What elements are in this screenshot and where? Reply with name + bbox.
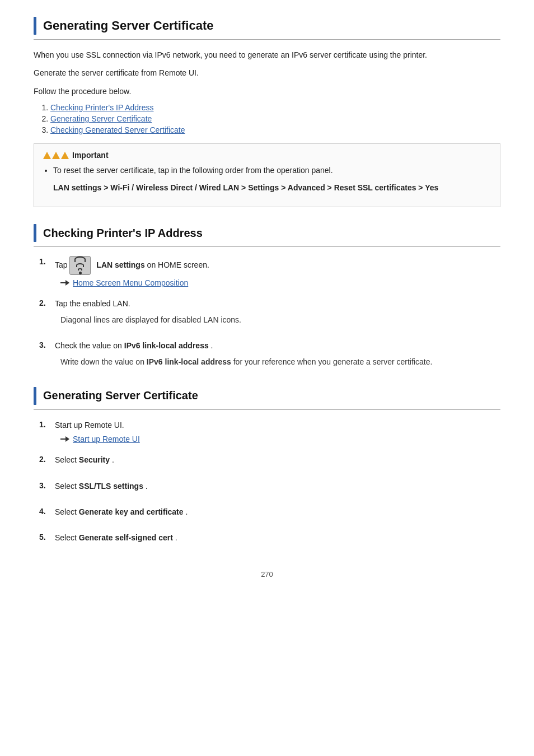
gen-step1-text: Start up Remote UI. <box>55 419 500 431</box>
start-remote-ui-link[interactable]: Start up Remote UI <box>73 435 140 444</box>
check-ip-steps: 1. Tap <box>39 256 500 371</box>
toc-list: Checking Printer's IP Address Generating… <box>50 103 500 134</box>
wifi-arc-small <box>78 268 82 270</box>
gen-step-num-5: 5. <box>39 531 55 542</box>
wifi-arc-medium <box>76 263 84 267</box>
check-ip-step-2: 2. Tap the enabled LAN. Diagonal lines a… <box>39 297 500 329</box>
gen-step3-text: Select SSL/TLS settings . <box>55 480 500 492</box>
check-ip-heading: Checking Printer's IP Address <box>34 224 500 247</box>
important-bullet: To reset the server certificate, tap in … <box>53 164 491 194</box>
toc-link-1[interactable]: Checking Printer's IP Address <box>50 103 154 112</box>
triangle-3 <box>61 152 69 159</box>
step3-text: Check the value on IPv6 link-local addre… <box>55 339 500 352</box>
step1-bold: LAN settings <box>96 260 144 269</box>
gen-step4-text: Select Generate key and certificate . <box>55 506 500 518</box>
toc-link-2[interactable]: Generating Server Certificate <box>50 114 152 123</box>
gen-step1-sublink: Start up Remote UI <box>60 435 500 444</box>
toc-item-2: Generating Server Certificate <box>50 114 500 123</box>
gen-step3-bold: SSL/TLS settings <box>79 482 143 491</box>
arrow-icon-gen1 <box>60 436 69 442</box>
step3-note-bold: IPv6 link-local address <box>147 357 231 366</box>
important-icon <box>43 152 69 159</box>
page-title: Generating Server Certificate <box>43 18 213 33</box>
important-box: Important To reset the server certificat… <box>34 143 500 207</box>
intro-para3: Follow the procedure below. <box>34 85 500 97</box>
step-num-1: 1. <box>39 256 55 266</box>
heading-bar-2 <box>34 224 36 242</box>
step-num-2: 2. <box>39 297 55 307</box>
step-num-3: 3. <box>39 339 55 349</box>
gen-cert-steps: 1. Start up Remote UI. Start up Remote U… <box>39 419 500 548</box>
step1-sublink: Home Screen Menu Composition <box>60 278 500 287</box>
important-label: Important <box>43 151 491 160</box>
lan-icon <box>69 256 91 275</box>
gen-step-num-3: 3. <box>39 480 55 490</box>
triangle-2 <box>52 152 60 159</box>
step-content-1: Tap LAN settings on HOM <box>55 256 500 287</box>
heading-bar <box>34 17 36 35</box>
page-number: 270 <box>34 570 500 578</box>
step3-note: Write down the value on IPv6 link-local … <box>60 356 500 368</box>
section-check-ip: Checking Printer's IP Address 1. Tap <box>34 224 500 371</box>
gen-step-num-4: 4. <box>39 506 55 516</box>
section-gen-cert: Generating Server Certificate 1. Start u… <box>34 387 500 548</box>
gen-step2-bold: Security <box>79 455 110 464</box>
check-ip-step-3: 3. Check the value on IPv6 link-local ad… <box>39 339 500 371</box>
step2-text: Tap the enabled LAN. <box>55 297 500 310</box>
home-screen-link[interactable]: Home Screen Menu Composition <box>73 278 188 287</box>
heading-bar-3 <box>34 387 36 405</box>
triangle-1 <box>43 152 51 159</box>
gen-step5-text: Select Generate self-signed cert . <box>55 531 500 544</box>
step1-text: Tap LAN settings on HOM <box>55 256 500 275</box>
gen-step-content-5: Select Generate self-signed cert . <box>55 531 500 547</box>
toc-item-1: Checking Printer's IP Address <box>50 103 500 112</box>
gen-step-content-4: Select Generate key and certificate . <box>55 506 500 521</box>
important-path: LAN settings > Wi-Fi / Wireless Direct /… <box>53 181 491 195</box>
gen-step-num-1: 1. <box>39 419 55 429</box>
gen-step5-bold: Generate self-signed cert <box>79 533 173 542</box>
gen-cert-step-3: 3. Select SSL/TLS settings . <box>39 480 500 496</box>
intro-para1: When you use SSL connection via IPv6 net… <box>34 49 500 61</box>
step2-note: Diagonal lines are displayed for disable… <box>60 314 500 326</box>
gen-step-content-1: Start up Remote UI. Start up Remote UI <box>55 419 500 444</box>
important-list: To reset the server certificate, tap in … <box>53 164 491 194</box>
gen-step-num-2: 2. <box>39 454 55 464</box>
gen-cert-step-4: 4. Select Generate key and certificate . <box>39 506 500 521</box>
check-ip-step-1: 1. Tap <box>39 256 500 287</box>
step-content-3: Check the value on IPv6 link-local addre… <box>55 339 500 371</box>
check-ip-title: Checking Printer's IP Address <box>43 227 203 240</box>
gen-step4-bold: Generate key and certificate <box>79 507 184 516</box>
gen-step-content-2: Select Security . <box>55 454 500 469</box>
toc-item-3: Checking Generated Server Certificate <box>50 125 500 134</box>
gen-step2-text: Select Security . <box>55 454 500 466</box>
gen-step-content-3: Select SSL/TLS settings . <box>55 480 500 496</box>
intro-para2: Generate the server certificate from Rem… <box>34 67 500 79</box>
main-title-section: Generating Server Certificate When you u… <box>34 17 500 207</box>
important-text: Important <box>72 151 109 160</box>
wifi-dot <box>79 272 82 274</box>
toc-link-3[interactable]: Checking Generated Server Certificate <box>50 125 185 134</box>
arrow-icon-1 <box>60 280 69 286</box>
wifi-arc-large <box>74 256 86 262</box>
gen-cert-step-1: 1. Start up Remote UI. Start up Remote U… <box>39 419 500 444</box>
gen-cert-step-2: 2. Select Security . <box>39 454 500 469</box>
main-heading: Generating Server Certificate <box>34 17 500 40</box>
gen-cert-step-5: 5. Select Generate self-signed cert . <box>39 531 500 547</box>
step-content-2: Tap the enabled LAN. Diagonal lines are … <box>55 297 500 329</box>
gen-cert-title: Generating Server Certificate <box>43 389 198 402</box>
step3-bold: IPv6 link-local address <box>124 341 209 350</box>
gen-cert-heading: Generating Server Certificate <box>34 387 500 410</box>
